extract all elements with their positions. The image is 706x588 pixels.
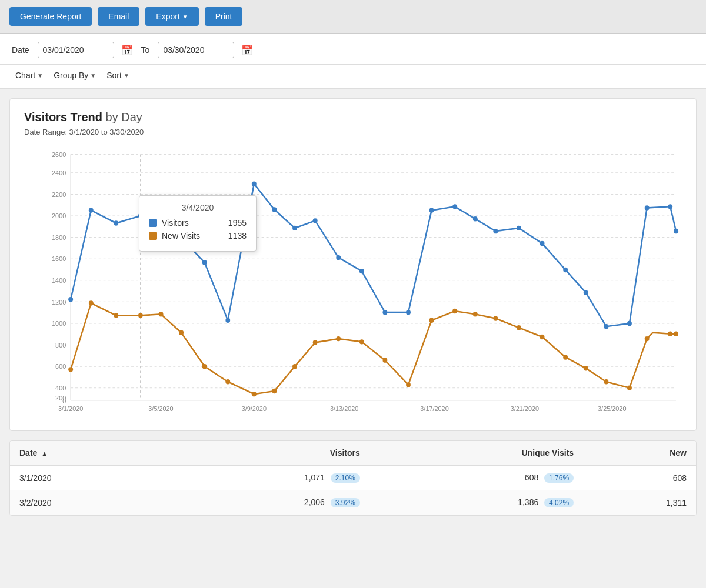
col-unique: Unique Visits bbox=[369, 441, 583, 465]
email-button[interactable]: Email bbox=[98, 7, 139, 26]
chart-caret-icon: ▼ bbox=[37, 72, 43, 79]
svg-point-38 bbox=[114, 220, 118, 225]
svg-text:1800: 1800 bbox=[52, 234, 66, 241]
calendar-to-icon[interactable]: 📅 bbox=[241, 45, 253, 56]
dropdown-row: Chart ▼ Group By ▼ Sort ▼ bbox=[0, 65, 706, 89]
svg-text:1000: 1000 bbox=[52, 320, 66, 327]
svg-point-57 bbox=[540, 241, 545, 246]
svg-point-52 bbox=[429, 208, 434, 212]
col-visitors: Visitors bbox=[156, 441, 369, 465]
svg-text:800: 800 bbox=[55, 341, 66, 348]
cell-new: 1,311 bbox=[583, 490, 696, 515]
chart-date-range: Date Range: 3/1/2020 to 3/30/2020 bbox=[24, 128, 682, 136]
unique-badge: 1.76% bbox=[544, 473, 574, 483]
table-row: 3/2/2020 2,006 3.92% 1,386 4.02% 1,311 bbox=[10, 490, 696, 515]
cell-new: 608 bbox=[583, 465, 696, 490]
cell-unique: 608 1.76% bbox=[369, 465, 583, 490]
svg-point-63 bbox=[668, 204, 672, 209]
svg-point-72 bbox=[225, 379, 230, 384]
export-label: Export bbox=[156, 12, 179, 21]
col-date[interactable]: Date ▲ bbox=[10, 441, 156, 465]
svg-text:3/9/2020: 3/9/2020 bbox=[242, 405, 267, 412]
svg-text:1400: 1400 bbox=[52, 277, 66, 284]
svg-point-71 bbox=[202, 364, 207, 369]
svg-point-79 bbox=[382, 358, 387, 363]
svg-point-83 bbox=[473, 312, 478, 316]
sort-caret-icon: ▼ bbox=[124, 72, 129, 79]
cell-visitors: 1,071 2.10% bbox=[156, 465, 369, 490]
svg-point-44 bbox=[252, 181, 257, 186]
svg-text:2200: 2200 bbox=[52, 191, 66, 198]
chart-dropdown[interactable]: Chart ▼ bbox=[12, 68, 46, 82]
to-label: To bbox=[141, 45, 150, 55]
data-table: Date ▲ Visitors Unique Visits New 3/1/20… bbox=[9, 440, 697, 516]
table-header-row: Date ▲ Visitors Unique Visits New bbox=[10, 441, 696, 465]
export-caret-icon: ▼ bbox=[182, 14, 188, 20]
svg-text:3/1/2020: 3/1/2020 bbox=[58, 405, 83, 412]
svg-point-40 bbox=[159, 214, 164, 219]
svg-point-73 bbox=[252, 392, 257, 396]
date-from-input[interactable] bbox=[38, 42, 114, 58]
cell-unique: 1,386 4.02% bbox=[369, 490, 583, 515]
svg-point-68 bbox=[138, 313, 143, 318]
col-new: New bbox=[583, 441, 696, 465]
svg-point-74 bbox=[272, 389, 277, 393]
svg-text:600: 600 bbox=[55, 363, 66, 370]
svg-text:3/25/2020: 3/25/2020 bbox=[598, 405, 626, 412]
svg-point-76 bbox=[313, 340, 318, 345]
svg-text:3/5/2020: 3/5/2020 bbox=[148, 405, 173, 412]
svg-point-90 bbox=[627, 386, 632, 390]
svg-text:1600: 1600 bbox=[52, 255, 66, 262]
svg-point-69 bbox=[159, 312, 164, 316]
cell-date: 3/2/2020 bbox=[10, 490, 156, 515]
svg-point-92 bbox=[668, 332, 672, 336]
chart-label: Chart bbox=[15, 71, 35, 80]
calendar-from-icon[interactable]: 📅 bbox=[121, 45, 133, 56]
svg-point-53 bbox=[452, 204, 457, 209]
svg-point-86 bbox=[540, 335, 545, 339]
svg-text:2400: 2400 bbox=[52, 169, 66, 176]
svg-point-65 bbox=[68, 367, 73, 372]
unique-badge: 4.02% bbox=[544, 498, 574, 507]
svg-point-91 bbox=[645, 336, 650, 341]
svg-text:3/17/2020: 3/17/2020 bbox=[420, 405, 448, 412]
svg-point-48 bbox=[336, 255, 341, 260]
toolbar: Generate Report Email Export ▼ Print bbox=[0, 0, 706, 34]
svg-point-78 bbox=[359, 339, 364, 344]
svg-point-87 bbox=[563, 355, 568, 359]
svg-text:2600: 2600 bbox=[52, 151, 66, 158]
export-button[interactable]: Export ▼ bbox=[145, 7, 198, 26]
svg-point-82 bbox=[452, 309, 457, 313]
svg-point-89 bbox=[604, 379, 608, 384]
chart-area: 2600 2400 2200 2000 1800 1600 1400 1200 … bbox=[24, 148, 682, 419]
group-by-dropdown[interactable]: Group By ▼ bbox=[50, 68, 99, 82]
svg-point-54 bbox=[473, 216, 478, 221]
sort-dropdown[interactable]: Sort ▼ bbox=[103, 68, 133, 82]
chart-title-main: Visitors Trend bbox=[24, 111, 102, 123]
svg-point-45 bbox=[272, 207, 277, 212]
chart-container: Visitors Trend by Day Date Range: 3/1/20… bbox=[9, 98, 697, 431]
visitors-badge: 3.92% bbox=[331, 498, 360, 507]
svg-text:1200: 1200 bbox=[52, 298, 66, 305]
sort-date-icon: ▲ bbox=[41, 450, 48, 457]
svg-point-66 bbox=[89, 300, 94, 305]
sort-label: Sort bbox=[106, 71, 122, 80]
date-to-input[interactable] bbox=[158, 42, 234, 58]
chart-title: Visitors Trend by Day bbox=[24, 111, 682, 124]
svg-point-49 bbox=[359, 269, 364, 273]
svg-point-39 bbox=[138, 213, 143, 218]
svg-point-67 bbox=[114, 313, 118, 318]
svg-text:2000: 2000 bbox=[52, 212, 66, 219]
print-button[interactable]: Print bbox=[205, 7, 243, 26]
svg-point-77 bbox=[336, 336, 341, 341]
svg-point-41 bbox=[179, 235, 184, 240]
group-by-caret-icon: ▼ bbox=[90, 72, 96, 79]
date-label: Date bbox=[12, 45, 29, 55]
generate-report-button[interactable]: Generate Report bbox=[9, 7, 92, 26]
svg-text:0: 0 bbox=[62, 397, 66, 405]
svg-point-56 bbox=[517, 226, 521, 230]
svg-point-80 bbox=[406, 382, 411, 387]
svg-point-70 bbox=[179, 330, 184, 335]
svg-point-47 bbox=[313, 218, 318, 223]
svg-point-60 bbox=[604, 324, 608, 329]
